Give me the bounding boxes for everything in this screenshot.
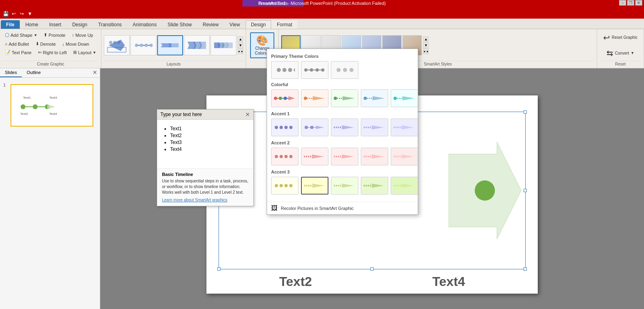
text-pane-item-1[interactable]: Text1	[170, 126, 248, 131]
svg-point-95	[289, 184, 293, 187]
tab-transitions[interactable]: Transitions	[93, 20, 127, 29]
accent2-swatch-4[interactable]	[361, 148, 388, 165]
restore-button[interactable]: ❐	[627, 0, 634, 6]
colorful-swatch-2[interactable]	[301, 89, 328, 107]
svg-point-1	[109, 41, 112, 44]
window-controls: – ❐ ✕	[619, 0, 642, 6]
change-colors-dropdown: Primary Theme Colors Colorful	[267, 49, 418, 215]
layout-button[interactable]: ⊞ Layout ▼	[71, 49, 99, 56]
svg-marker-55	[313, 96, 325, 100]
accent1-swatch-2[interactable]	[301, 119, 328, 136]
styles-scroll-up[interactable]: ▲	[423, 36, 429, 42]
layouts-scroll-down[interactable]: ▼	[238, 42, 243, 48]
text-pane-close-button[interactable]: ✕	[245, 111, 250, 118]
accent2-swatch-5[interactable]	[391, 148, 418, 165]
move-up-button[interactable]: ↑ Move Up	[69, 31, 96, 39]
text-pane-list: Text1 Text2 Text3 Text4	[162, 126, 248, 152]
svg-marker-99	[342, 184, 354, 188]
layout-item-2[interactable]	[130, 35, 156, 55]
text-pane-item-2[interactable]: Text2	[170, 133, 248, 138]
tab-design[interactable]: Design	[67, 20, 93, 29]
accent3-swatch-1[interactable]	[271, 177, 299, 195]
bottom-text4: Text4	[432, 274, 465, 289]
slides-tab[interactable]: Slides	[0, 68, 22, 77]
svg-point-66	[280, 126, 283, 129]
add-shape-button[interactable]: ⬡ Add Shape ▼	[2, 31, 40, 39]
layouts-scroll-more[interactable]: ▼▼	[238, 49, 243, 54]
svg-point-48	[279, 97, 282, 100]
svg-marker-97	[312, 184, 324, 188]
layouts-scroll-up[interactable]: ▲	[238, 36, 243, 42]
demote-button[interactable]: ⬇ Demote	[33, 40, 59, 48]
accent1-swatch-5[interactable]	[391, 119, 418, 136]
accent1-swatch-1[interactable]	[271, 119, 299, 136]
primary-theme-section: Primary Theme Colors	[271, 54, 414, 79]
svg-point-6	[140, 44, 143, 47]
colorful-swatch-5[interactable]	[391, 89, 418, 107]
svg-point-5	[135, 44, 138, 47]
right-to-left-button[interactable]: ⇐ Right to Left	[36, 49, 69, 56]
layout-item-1[interactable]	[104, 35, 130, 55]
tab-file[interactable]: File	[1, 20, 20, 29]
primary-swatch-3[interactable]	[331, 61, 358, 79]
colorful-swatch-4[interactable]	[361, 89, 388, 107]
text-pane-item-3[interactable]: Text3	[170, 140, 248, 145]
svg-point-50	[284, 97, 287, 100]
close-button[interactable]: ✕	[635, 0, 642, 6]
svg-point-42	[321, 68, 324, 72]
colorful-swatches-row	[271, 89, 414, 107]
svg-marker-28	[47, 104, 55, 109]
accent2-swatch-1[interactable]	[271, 148, 299, 165]
tab-slideshow[interactable]: Slide Show	[162, 20, 197, 29]
layout-item-3[interactable]	[157, 35, 183, 55]
accent3-swatch-3[interactable]	[331, 177, 358, 195]
move-down-button[interactable]: ↓ Move Down	[60, 40, 92, 48]
promote-button[interactable]: ⬆ Promote	[41, 31, 68, 39]
redo-qat-button[interactable]: ↪	[18, 10, 26, 17]
svg-point-94	[284, 184, 288, 187]
accent3-swatch-5[interactable]	[391, 177, 418, 195]
slide-panel-close-button[interactable]: ✕	[90, 68, 100, 77]
styles-scroll-down[interactable]: ▼	[423, 42, 429, 48]
add-bullet-button[interactable]: ≡ Add Bullet	[2, 40, 32, 48]
accent1-swatch-4[interactable]	[361, 119, 388, 136]
tab-review[interactable]: Review	[198, 20, 224, 29]
svg-point-71	[310, 126, 314, 129]
colorful-swatch-1[interactable]	[271, 89, 299, 107]
reset-graphic-button[interactable]: ↩ Reset Graphic	[600, 31, 640, 44]
outline-tab[interactable]: Outline	[22, 68, 46, 77]
colorful-title: Colorful	[271, 82, 414, 87]
undo-qat-button[interactable]: ↩	[10, 10, 18, 17]
primary-swatch-1[interactable]	[271, 61, 299, 79]
svg-marker-73	[316, 126, 324, 129]
tab-animations[interactable]: Animations	[127, 20, 162, 29]
styles-scroll-more[interactable]: ▼▼	[423, 49, 429, 54]
tab-smartart-design[interactable]: Design	[246, 20, 271, 29]
dropdown-scrollable[interactable]: Primary Theme Colors Colorful	[267, 49, 418, 202]
tab-home[interactable]: Home	[20, 20, 44, 29]
accent1-swatch-3[interactable]	[331, 119, 358, 136]
primary-swatch-2[interactable]	[301, 61, 328, 79]
text-pane-button[interactable]: 📝 Text Pane	[2, 49, 34, 56]
slide-thumbnail-1[interactable]: Text1 Text3 Text2 Text4	[11, 84, 93, 127]
recolor-pictures-option[interactable]: 🖼 Recolor Pictures in SmartArt Graphic	[267, 202, 418, 214]
text-pane-item-4[interactable]: Text4	[170, 146, 248, 152]
qat-dropdown-button[interactable]: ▼	[26, 10, 34, 17]
tab-format[interactable]: Format	[271, 20, 297, 29]
accent3-swatch-4[interactable]	[361, 177, 388, 195]
convert-button[interactable]: ⇆ Convert ▼	[604, 46, 637, 60]
save-qat-button[interactable]: 💾	[2, 10, 10, 17]
accent2-swatch-2[interactable]	[301, 148, 328, 165]
colorful-swatch-3[interactable]	[331, 89, 358, 107]
svg-text:Text3: Text3	[49, 96, 57, 99]
layout-item-4[interactable]	[184, 35, 210, 55]
accent3-swatch-2-selected[interactable]	[301, 177, 328, 195]
accent3-section: Accent 3	[271, 169, 414, 195]
tab-insert[interactable]: Insert	[44, 20, 67, 29]
accent2-swatch-3[interactable]	[331, 148, 358, 165]
minimize-button[interactable]: –	[619, 0, 626, 6]
layout-item-5[interactable]	[210, 35, 236, 55]
tab-view[interactable]: View	[224, 20, 245, 29]
svg-point-53	[304, 97, 307, 100]
learn-more-link[interactable]: Learn more about SmartArt graphics	[162, 198, 227, 202]
